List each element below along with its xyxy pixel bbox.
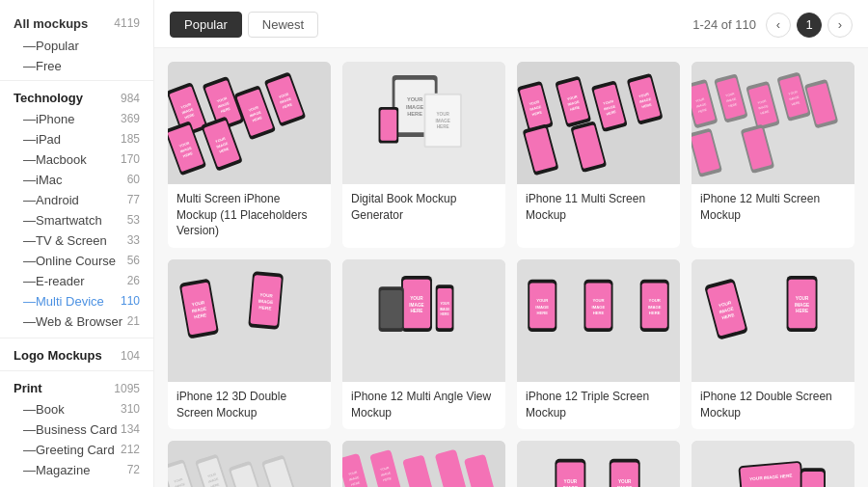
svg-text:IMAGE: IMAGE [535,305,549,310]
card-6[interactable]: YOUR IMAGE HERE YOUR IMAGE HERE [342,259,505,429]
svg-text:YOUR: YOUR [410,296,423,301]
card-9[interactable]: YOUR IMAGE HERE YOUR IMAGE HERE [168,441,331,487]
technology-label: Technology [14,91,83,105]
card-8-title: iPhone 12 Double Screen Mockup [700,389,846,421]
svg-text:IMAGE: IMAGE [436,119,450,123]
card-11[interactable]: YOUR IMAGE HERE YOUR IMAGE HERE [517,441,680,487]
sidebar-magazine[interactable]: —Magazine72 [0,460,153,480]
card-5[interactable]: YOUR IMAGE HERE YOUR IMAGE HERE [168,259,331,429]
svg-text:IMAGE: IMAGE [795,303,809,308]
all-mockups-label: All mockups [14,16,88,31]
svg-text:YOUR: YOUR [536,298,548,303]
card-7[interactable]: YOUR IMAGE HERE YOUR IMAGE HERE YOUR IMA… [517,259,680,429]
main-content: Popular Newest 1-24 of 110 ‹ 1 › [154,0,868,487]
svg-text:YOUR: YOUR [564,480,578,485]
svg-text:HERE: HERE [796,310,808,314]
grid-container: YOUR IMAGE HERE YOUR IMAGE HERE [154,48,868,487]
sidebar-business-card[interactable]: —Business Card134 [0,419,153,440]
svg-text:IMAGE: IMAGE [592,305,606,310]
logo-mockups-label: Logo Mockups [14,348,102,363]
sidebar-all-mockups[interactable]: All mockups 4119 [0,12,153,36]
popular-label: Popular [36,39,140,53]
svg-text:YOUR: YOUR [796,296,809,301]
svg-text:YOUR: YOUR [592,298,604,303]
free-label: Free [36,59,140,73]
svg-text:IMAGE: IMAGE [648,305,662,310]
sidebar-tv-screen[interactable]: —TV & Screen33 [0,230,153,251]
print-section: Print 1095 [0,375,153,399]
svg-text:IMAGE: IMAGE [409,303,423,308]
pagination: 1-24 of 110 ‹ 1 › [692,13,853,38]
svg-text:HERE: HERE [536,311,548,315]
tab-newest[interactable]: Newest [248,12,318,38]
sidebar-popular[interactable]: — Popular [0,36,153,56]
card-5-title: iPhone 12 3D Double Screen Mockup [176,389,322,421]
svg-rect-196 [802,472,825,487]
all-mockups-count: 4119 [114,16,140,31]
card-1-title: Multi Screen iPhone Mockup (11 Placehold… [176,191,322,239]
svg-rect-180 [517,441,680,487]
sidebar-greeting-card[interactable]: —Greeting Card212 [0,440,153,460]
sidebar-online-course[interactable]: —Online Course56 [0,251,153,271]
technology-count: 984 [121,92,140,105]
sidebar-multi-device[interactable]: —Multi Device110 [0,291,153,311]
card-3-title: iPhone 11 Multi Screen Mockup [526,191,671,224]
svg-text:HERE: HERE [410,310,422,314]
card-10[interactable]: YOUR IMAGE HERE YOUR IMAGE HERE [342,441,505,487]
mockup-grid: YOUR IMAGE HERE YOUR IMAGE HERE [168,62,854,487]
card-2-title: Digital Book Mockup Generator [351,191,497,224]
sidebar-web-browser[interactable]: —Web & Browser21 [0,311,153,332]
sidebar-smartwatch[interactable]: —Smartwatch53 [0,210,153,230]
print-label: Print [14,381,42,395]
sidebar-macbook[interactable]: —Macbook170 [0,149,153,170]
svg-text:YOUR: YOUR [407,96,422,102]
svg-text:YOUR: YOUR [618,480,632,485]
svg-rect-43 [380,110,396,141]
tab-popular[interactable]: Popular [170,12,242,38]
current-page-button[interactable]: 1 [797,13,822,38]
card-4[interactable]: YOUR IMAGE HERE YOUR IMAGE HERE [692,62,854,248]
svg-text:YOUR: YOUR [440,302,449,306]
sidebar-free[interactable]: — Free [0,56,153,76]
card-8[interactable]: YOUR IMAGE HERE YOUR IMAGE HERE iPhone 1… [692,259,854,429]
svg-text:HERE: HERE [437,124,449,129]
svg-text:HERE: HERE [441,312,450,316]
logo-mockups-count: 104 [121,349,140,363]
sidebar-ipad[interactable]: —iPad185 [0,129,153,149]
card-1[interactable]: YOUR IMAGE HERE YOUR IMAGE HERE [168,62,331,248]
technology-section: Technology 984 [0,85,153,109]
card-3[interactable]: YOUR IMAGE HERE YOUR IMAGE HERE [517,62,680,248]
sidebar-book[interactable]: —Book310 [0,399,153,419]
next-page-button[interactable]: › [827,13,853,38]
page-info: 1-24 of 110 [692,17,756,32]
logo-mockups-section[interactable]: Logo Mockups 104 [0,342,153,366]
card-12[interactable]: YOUR IMAGE HERE YOUR IMAGE HERE [692,441,854,487]
sidebar: All mockups 4119 — Popular — Free Techno… [0,0,154,487]
toolbar: Popular Newest 1-24 of 110 ‹ 1 › [154,0,868,48]
print-count: 1095 [114,382,140,395]
sidebar-android[interactable]: —Android77 [0,190,153,210]
card-2[interactable]: YOUR IMAGE HERE YOUR IMAGE HERE [342,62,505,248]
card-6-title: iPhone 12 Multi Angle View Mockup [351,389,497,421]
card-4-title: iPhone 12 Multi Screen Mockup [700,191,846,224]
svg-text:YOUR: YOUR [436,112,449,117]
sidebar-imac[interactable]: —iMac60 [0,170,153,190]
svg-text:HERE: HERE [407,111,422,117]
svg-text:HERE: HERE [649,311,661,315]
svg-rect-119 [380,290,402,328]
svg-text:HERE: HERE [593,311,605,315]
tab-group: Popular Newest [170,12,318,38]
prev-page-button[interactable]: ‹ [766,13,791,38]
sidebar-iphone[interactable]: —iPhone369 [0,109,153,129]
svg-text:IMAGE: IMAGE [406,104,424,110]
svg-text:YOUR: YOUR [649,298,661,303]
sidebar-ereader[interactable]: —E-reader26 [0,271,153,291]
svg-text:IMAGE: IMAGE [440,308,451,311]
card-7-title: iPhone 12 Triple Screen Mockup [526,389,671,421]
